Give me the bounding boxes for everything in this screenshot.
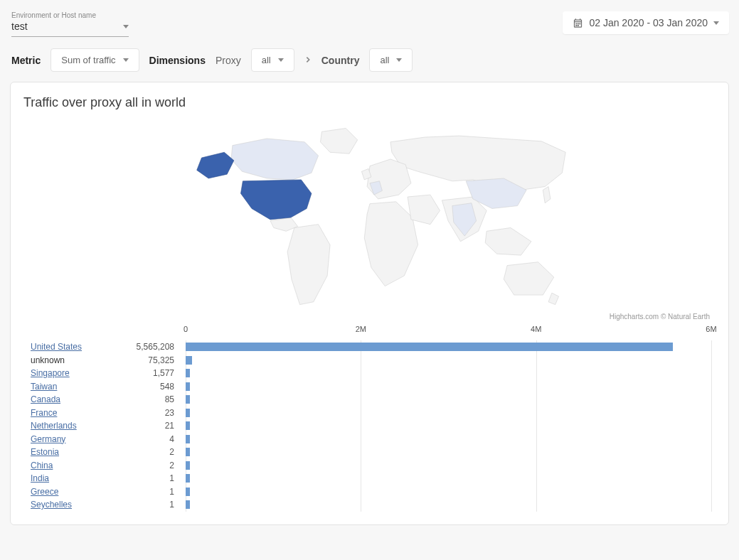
- proxy-dropdown[interactable]: all: [251, 48, 294, 72]
- bar-track: [186, 488, 711, 496]
- caret-down-icon: [123, 25, 129, 28]
- environment-label: Environment or Host name: [11, 11, 129, 19]
- bar-track: [186, 421, 711, 430]
- country-name-cell: United States: [28, 342, 127, 352]
- metric-label: Metric: [11, 55, 41, 66]
- country-name-cell: China: [28, 461, 127, 470]
- country-name-cell: unknown: [28, 355, 127, 365]
- country-link[interactable]: Germany: [31, 434, 65, 444]
- bar-track: [186, 369, 711, 377]
- country-name-cell: Singapore: [28, 368, 127, 378]
- value-cell: 1: [127, 487, 186, 497]
- bar: [186, 500, 190, 509]
- metric-dropdown[interactable]: Sum of traffic: [50, 48, 139, 72]
- country-label: Country: [321, 55, 360, 66]
- axis-tick-label: 4M: [531, 325, 541, 333]
- panel-title: Traffic over proxy all in world: [23, 95, 716, 110]
- country-name-cell: France: [28, 408, 127, 418]
- country-name-cell: Germany: [28, 434, 127, 444]
- country-name-cell: Netherlands: [28, 421, 127, 431]
- country-name-cell: Seychelles: [28, 500, 127, 510]
- country-name-cell: India: [28, 473, 127, 483]
- table-row: Greece1: [28, 485, 711, 499]
- bar-track: [186, 382, 711, 391]
- value-cell: 21: [127, 421, 186, 431]
- country-link[interactable]: India: [31, 473, 49, 483]
- table-row: China2: [28, 459, 711, 473]
- country-link[interactable]: Singapore: [31, 368, 70, 378]
- country-link[interactable]: China: [31, 461, 53, 470]
- traffic-panel: Traffic over proxy all in world: [10, 82, 729, 525]
- axis-tick-label: 0: [184, 325, 188, 333]
- bar-track: [186, 409, 711, 417]
- country-name-cell: Greece: [28, 487, 127, 497]
- svg-rect-1: [578, 23, 579, 24]
- country-link[interactable]: Estonia: [31, 447, 59, 457]
- value-cell: 23: [127, 408, 186, 418]
- country-name-cell: Estonia: [28, 447, 127, 457]
- country-link[interactable]: Seychelles: [31, 500, 72, 510]
- bar-track: [186, 395, 711, 404]
- country-link[interactable]: Greece: [31, 487, 58, 497]
- country-link[interactable]: France: [31, 408, 57, 418]
- x-axis: 02M4M6M: [28, 325, 711, 340]
- table-row: Taiwan548: [28, 380, 711, 394]
- country-link[interactable]: Netherlands: [31, 421, 77, 431]
- value-cell: 1: [127, 500, 186, 510]
- svg-rect-4: [578, 25, 579, 26]
- table-row: United States5,565,208: [28, 340, 711, 354]
- axis-tick-label: 6M: [706, 325, 716, 333]
- bar-track: [186, 461, 711, 470]
- country-value: all: [380, 55, 389, 65]
- table-row: India1: [28, 472, 711, 485]
- value-cell: 5,565,208: [127, 342, 186, 352]
- chevron-right-icon: [304, 55, 312, 65]
- table-row: Singapore1,577: [28, 367, 711, 380]
- country-name-cell: Canada: [28, 394, 127, 404]
- svg-rect-0: [576, 23, 578, 24]
- date-range-picker[interactable]: 02 Jan 2020 - 03 Jan 2020: [563, 11, 729, 34]
- country-name-cell: Taiwan: [28, 382, 127, 392]
- calendar-icon: [573, 18, 583, 28]
- bar: [186, 435, 190, 443]
- bar-track: [186, 343, 711, 351]
- bar: [186, 382, 190, 391]
- value-cell: 1,577: [127, 368, 186, 378]
- proxy-label: Proxy: [216, 55, 241, 66]
- value-cell: 85: [127, 394, 186, 404]
- value-cell: 4: [127, 434, 186, 444]
- svg-rect-2: [580, 23, 581, 24]
- table-row: unknown75,325: [28, 354, 711, 367]
- svg-rect-3: [576, 25, 578, 26]
- bar-track: [186, 356, 711, 365]
- country-link[interactable]: Taiwan: [31, 382, 57, 392]
- table-row: Germany4: [28, 433, 711, 446]
- bar-track: [186, 500, 711, 509]
- table-row: Estonia2: [28, 446, 711, 459]
- table-row: Netherlands21: [28, 419, 711, 433]
- date-range-text: 02 Jan 2020 - 03 Jan 2020: [589, 17, 708, 28]
- country-link[interactable]: United States: [31, 342, 82, 352]
- proxy-value: all: [262, 55, 271, 65]
- bar: [186, 369, 190, 377]
- table-row: Canada85: [28, 393, 711, 406]
- country-dropdown[interactable]: all: [369, 48, 413, 72]
- caret-down-icon: [713, 21, 719, 25]
- country-link[interactable]: Canada: [31, 394, 60, 404]
- bar: [186, 356, 192, 365]
- bar: [186, 421, 190, 430]
- axis-tick-label: 2M: [356, 325, 366, 333]
- bar-track: [186, 435, 711, 443]
- bar: [186, 488, 190, 496]
- value-cell: 548: [127, 382, 186, 392]
- environment-select[interactable]: Environment or Host name test: [11, 9, 129, 37]
- value-cell: 2: [127, 461, 186, 470]
- caret-down-icon: [123, 58, 129, 62]
- value-cell: 2: [127, 447, 186, 457]
- world-map-chart[interactable]: Highcharts.com © Natural Earth: [23, 114, 716, 321]
- country-text: unknown: [31, 355, 65, 365]
- bar: [186, 343, 673, 351]
- environment-value: test: [11, 21, 28, 32]
- bar: [186, 474, 190, 483]
- bar: [186, 461, 190, 470]
